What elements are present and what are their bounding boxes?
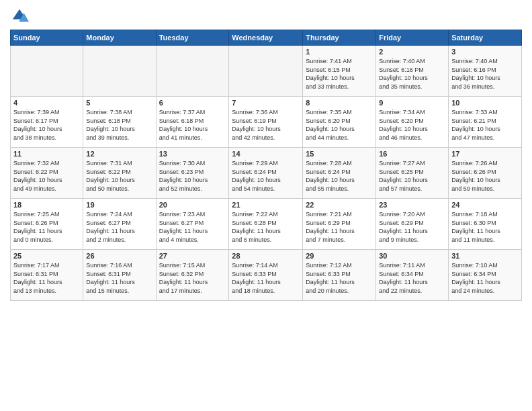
calendar-cell-32: 28Sunrise: 7:14 AMSunset: 6:33 PMDayligh…: [229, 250, 303, 301]
header: [10, 7, 522, 26]
day-info: Sunrise: 7:23 AMSunset: 6:27 PMDaylight:…: [159, 210, 226, 244]
calendar-week-4: 18Sunrise: 7:25 AMSunset: 6:26 PMDayligh…: [11, 199, 522, 250]
day-number: 19: [86, 201, 152, 209]
day-number: 30: [379, 252, 445, 260]
day-number: 2: [379, 48, 445, 56]
day-info: Sunrise: 7:20 AMSunset: 6:29 PMDaylight:…: [379, 210, 445, 244]
day-info: Sunrise: 7:38 AMSunset: 6:18 PMDaylight:…: [86, 108, 152, 142]
day-info: Sunrise: 7:10 AMSunset: 6:34 PMDaylight:…: [451, 261, 519, 295]
day-number: 31: [451, 252, 519, 260]
calendar-cell-5: 1Sunrise: 7:41 AMSunset: 6:15 PMDaylight…: [303, 46, 376, 97]
calendar-cell-30: 26Sunrise: 7:16 AMSunset: 6:31 PMDayligh…: [83, 250, 156, 301]
calendar-cell-7: 3Sunrise: 7:40 AMSunset: 6:16 PMDaylight…: [449, 46, 522, 97]
calendar-cell-24: 20Sunrise: 7:23 AMSunset: 6:27 PMDayligh…: [156, 199, 229, 250]
calendar-week-1: 1Sunrise: 7:41 AMSunset: 6:15 PMDaylight…: [11, 46, 522, 97]
day-number: 15: [306, 150, 373, 158]
day-info: Sunrise: 7:22 AMSunset: 6:28 PMDaylight:…: [232, 210, 300, 244]
calendar-week-2: 4Sunrise: 7:39 AMSunset: 6:17 PMDaylight…: [11, 97, 522, 148]
day-number: 3: [451, 48, 519, 56]
day-info: Sunrise: 7:18 AMSunset: 6:30 PMDaylight:…: [451, 210, 519, 244]
day-number: 6: [159, 99, 226, 107]
day-info: Sunrise: 7:35 AMSunset: 6:20 PMDaylight:…: [306, 108, 373, 142]
day-number: 26: [86, 252, 152, 260]
calendar-cell-25: 21Sunrise: 7:22 AMSunset: 6:28 PMDayligh…: [229, 199, 303, 250]
calendar-header-monday: Monday: [83, 30, 156, 46]
calendar-table: SundayMondayTuesdayWednesdayThursdayFrid…: [10, 30, 522, 301]
calendar-cell-3: [156, 46, 229, 97]
day-number: 4: [13, 99, 80, 107]
day-number: 23: [379, 201, 445, 209]
day-number: 8: [306, 99, 373, 107]
day-number: 16: [379, 150, 445, 158]
calendar-cell-26: 22Sunrise: 7:21 AMSunset: 6:29 PMDayligh…: [303, 199, 376, 250]
logo: [10, 7, 32, 26]
day-number: 24: [451, 201, 519, 209]
calendar-cell-34: 30Sunrise: 7:11 AMSunset: 6:34 PMDayligh…: [376, 250, 449, 301]
day-number: 18: [13, 201, 80, 209]
day-info: Sunrise: 7:36 AMSunset: 6:19 PMDaylight:…: [232, 108, 300, 142]
day-number: 14: [232, 150, 300, 158]
calendar-cell-20: 16Sunrise: 7:27 AMSunset: 6:25 PMDayligh…: [376, 148, 449, 199]
calendar-cell-28: 24Sunrise: 7:18 AMSunset: 6:30 PMDayligh…: [449, 199, 522, 250]
day-number: 7: [232, 99, 300, 107]
calendar-cell-18: 14Sunrise: 7:29 AMSunset: 6:24 PMDayligh…: [229, 148, 303, 199]
calendar-cell-27: 23Sunrise: 7:20 AMSunset: 6:29 PMDayligh…: [376, 199, 449, 250]
calendar-cell-9: 5Sunrise: 7:38 AMSunset: 6:18 PMDaylight…: [83, 97, 156, 148]
calendar-cell-19: 15Sunrise: 7:28 AMSunset: 6:24 PMDayligh…: [303, 148, 376, 199]
calendar-week-3: 11Sunrise: 7:32 AMSunset: 6:22 PMDayligh…: [11, 148, 522, 199]
day-info: Sunrise: 7:39 AMSunset: 6:17 PMDaylight:…: [13, 108, 80, 142]
calendar-cell-17: 13Sunrise: 7:30 AMSunset: 6:23 PMDayligh…: [156, 148, 229, 199]
day-number: 13: [159, 150, 226, 158]
calendar-cell-21: 17Sunrise: 7:26 AMSunset: 6:26 PMDayligh…: [449, 148, 522, 199]
calendar-cell-6: 2Sunrise: 7:40 AMSunset: 6:16 PMDaylight…: [376, 46, 449, 97]
calendar-header-row: SundayMondayTuesdayWednesdayThursdayFrid…: [11, 30, 522, 46]
day-info: Sunrise: 7:12 AMSunset: 6:33 PMDaylight:…: [306, 261, 373, 295]
calendar-cell-1: [11, 46, 83, 97]
day-info: Sunrise: 7:30 AMSunset: 6:23 PMDaylight:…: [159, 159, 226, 193]
calendar-cell-10: 6Sunrise: 7:37 AMSunset: 6:18 PMDaylight…: [156, 97, 229, 148]
day-number: 1: [306, 48, 373, 56]
day-number: 9: [379, 99, 445, 107]
day-info: Sunrise: 7:31 AMSunset: 6:22 PMDaylight:…: [86, 159, 152, 193]
calendar-cell-11: 7Sunrise: 7:36 AMSunset: 6:19 PMDaylight…: [229, 97, 303, 148]
day-number: 12: [86, 150, 152, 158]
day-info: Sunrise: 7:37 AMSunset: 6:18 PMDaylight:…: [159, 108, 226, 142]
calendar-cell-13: 9Sunrise: 7:34 AMSunset: 6:20 PMDaylight…: [376, 97, 449, 148]
day-info: Sunrise: 7:28 AMSunset: 6:24 PMDaylight:…: [306, 159, 373, 193]
day-info: Sunrise: 7:33 AMSunset: 6:21 PMDaylight:…: [451, 108, 519, 142]
calendar-cell-22: 18Sunrise: 7:25 AMSunset: 6:26 PMDayligh…: [11, 199, 83, 250]
calendar-cell-29: 25Sunrise: 7:17 AMSunset: 6:31 PMDayligh…: [11, 250, 83, 301]
day-number: 20: [159, 201, 226, 209]
calendar-header-thursday: Thursday: [303, 30, 376, 46]
day-info: Sunrise: 7:14 AMSunset: 6:33 PMDaylight:…: [232, 261, 300, 295]
page: SundayMondayTuesdayWednesdayThursdayFrid…: [0, 0, 532, 411]
day-info: Sunrise: 7:40 AMSunset: 6:16 PMDaylight:…: [451, 57, 519, 91]
day-info: Sunrise: 7:34 AMSunset: 6:20 PMDaylight:…: [379, 108, 445, 142]
day-info: Sunrise: 7:26 AMSunset: 6:26 PMDaylight:…: [451, 159, 519, 193]
day-info: Sunrise: 7:11 AMSunset: 6:34 PMDaylight:…: [379, 261, 445, 295]
day-info: Sunrise: 7:32 AMSunset: 6:22 PMDaylight:…: [13, 159, 80, 193]
day-number: 10: [451, 99, 519, 107]
day-number: 29: [306, 252, 373, 260]
calendar-cell-35: 31Sunrise: 7:10 AMSunset: 6:34 PMDayligh…: [449, 250, 522, 301]
calendar-cell-2: [83, 46, 156, 97]
day-number: 28: [232, 252, 300, 260]
day-number: 17: [451, 150, 519, 158]
calendar-header-saturday: Saturday: [449, 30, 522, 46]
calendar-header-tuesday: Tuesday: [156, 30, 229, 46]
day-number: 5: [86, 99, 152, 107]
calendar-cell-12: 8Sunrise: 7:35 AMSunset: 6:20 PMDaylight…: [303, 97, 376, 148]
day-info: Sunrise: 7:27 AMSunset: 6:25 PMDaylight:…: [379, 159, 445, 193]
day-info: Sunrise: 7:24 AMSunset: 6:27 PMDaylight:…: [86, 210, 152, 244]
calendar-header-friday: Friday: [376, 30, 449, 46]
calendar-cell-14: 10Sunrise: 7:33 AMSunset: 6:21 PMDayligh…: [449, 97, 522, 148]
day-number: 22: [306, 201, 373, 209]
logo-icon: [10, 7, 29, 26]
day-info: Sunrise: 7:29 AMSunset: 6:24 PMDaylight:…: [232, 159, 300, 193]
day-info: Sunrise: 7:40 AMSunset: 6:16 PMDaylight:…: [379, 57, 445, 91]
day-info: Sunrise: 7:17 AMSunset: 6:31 PMDaylight:…: [13, 261, 80, 295]
calendar-cell-33: 29Sunrise: 7:12 AMSunset: 6:33 PMDayligh…: [303, 250, 376, 301]
day-number: 25: [13, 252, 80, 260]
day-info: Sunrise: 7:15 AMSunset: 6:32 PMDaylight:…: [159, 261, 226, 295]
calendar-week-5: 25Sunrise: 7:17 AMSunset: 6:31 PMDayligh…: [11, 250, 522, 301]
